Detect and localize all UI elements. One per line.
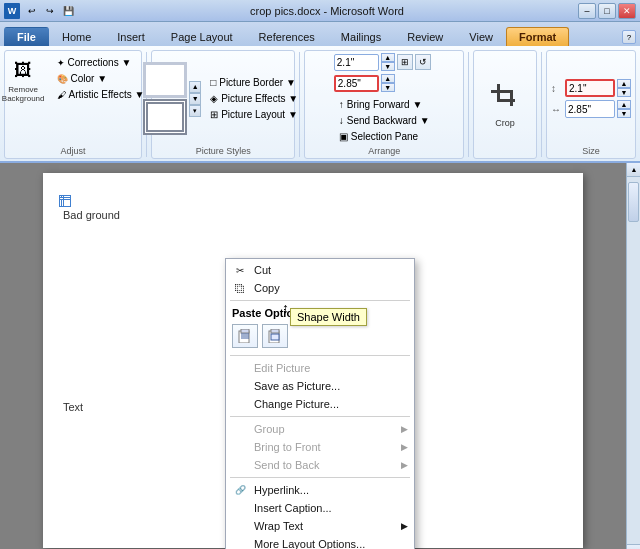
tab-view[interactable]: View: [456, 27, 506, 46]
picture-layout-button[interactable]: ⊞ Picture Layout ▼: [205, 107, 303, 122]
paste-btn-2[interactable]: [262, 324, 288, 348]
picture-layout-icon: ⊞: [210, 109, 218, 120]
selection-pane-button[interactable]: ▣ Selection Pane: [334, 129, 423, 144]
document-scroll-area[interactable]: Bad ground Text ✂ Cut ⿻ Copy Paste Optio…: [0, 163, 626, 549]
artistic-effects-button[interactable]: 🖌 Artistic Effects ▼: [52, 87, 150, 102]
arrange-content: ▲ ▼ ⊞ ↺ ▲ ▼ ↑ Brin: [334, 53, 435, 144]
sep-2: [299, 52, 300, 157]
image-wrapper[interactable]: [63, 199, 67, 203]
corrections-label: Corrections ▼: [68, 57, 132, 68]
rotate-btn[interactable]: ↺: [415, 54, 431, 70]
send-backward-button[interactable]: ↓ Send Backward ▼: [334, 113, 435, 128]
scroll-thumb[interactable]: [628, 182, 639, 222]
qs-scroll-up[interactable]: ▲: [189, 81, 201, 93]
ctx-change-picture[interactable]: Change Picture...: [226, 395, 414, 413]
scroll-down-button[interactable]: ▼: [627, 544, 640, 549]
context-menu: ✂ Cut ⿻ Copy Paste Options:: [225, 258, 415, 549]
send-to-back-arrow: ▶: [401, 460, 408, 470]
ctx-hyperlink[interactable]: 🔗 Hyperlink...: [226, 481, 414, 499]
inline-width-up[interactable]: ▲: [381, 74, 395, 83]
inline-height-input[interactable]: [334, 54, 379, 71]
ctx-insert-caption[interactable]: Insert Caption...: [226, 499, 414, 517]
ctx-sep-4: [230, 477, 410, 478]
edit-picture-icon: [232, 360, 248, 376]
selection-pane-label: Selection Pane: [351, 131, 418, 142]
scroll-track[interactable]: [627, 177, 640, 544]
ctx-more-layout[interactable]: More Layout Options...: [226, 535, 414, 549]
ctx-wrap-text[interactable]: Wrap Text ▶: [226, 517, 414, 535]
qs-scroll-more[interactable]: ▾: [189, 105, 201, 117]
height-input[interactable]: [565, 79, 615, 97]
width-input[interactable]: [565, 100, 615, 118]
quick-styles-area: [143, 62, 187, 135]
qs-scroll-down[interactable]: ▼: [189, 93, 201, 105]
tab-review[interactable]: Review: [394, 27, 456, 46]
save-button[interactable]: 💾: [60, 4, 76, 18]
tab-file[interactable]: File: [4, 27, 49, 46]
tab-page-layout[interactable]: Page Layout: [158, 27, 246, 46]
picture-layout-label: Picture Layout ▼: [221, 109, 298, 120]
inline-action-btns: ⊞ ↺: [397, 54, 431, 70]
crop-icon: [487, 80, 523, 116]
undo-button[interactable]: ↩: [24, 4, 40, 18]
help-button[interactable]: ?: [622, 30, 636, 44]
picture-effects-icon: ◈: [210, 93, 218, 104]
ribbon-content: 🖼 RemoveBackground ✦ Corrections ▼ 🎨 Col…: [0, 46, 640, 161]
crop-button[interactable]: Crop: [478, 77, 532, 131]
picture-border-button[interactable]: □ Picture Border ▼: [205, 75, 303, 90]
paste-options-buttons: [226, 322, 414, 352]
maximize-button[interactable]: □: [598, 3, 616, 19]
inline-width-input[interactable]: [334, 75, 379, 92]
ctx-copy[interactable]: ⿻ Copy: [226, 279, 414, 297]
remove-background-button[interactable]: 🖼 RemoveBackground: [0, 53, 50, 106]
corrections-button[interactable]: ✦ Corrections ▼: [52, 55, 150, 70]
handle-br[interactable]: [63, 199, 71, 207]
bring-forward-button[interactable]: ↑ Bring Forward ▼: [334, 97, 427, 112]
width-down[interactable]: ▼: [617, 109, 631, 118]
width-input-row: ↔ ▲ ▼: [551, 100, 631, 118]
tab-home[interactable]: Home: [49, 27, 104, 46]
inline-height-up[interactable]: ▲: [381, 53, 395, 62]
ctx-bring-to-front: Bring to Front ▶: [226, 438, 414, 456]
height-down[interactable]: ▼: [617, 88, 631, 97]
width-up[interactable]: ▲: [617, 100, 631, 109]
inline-height-down[interactable]: ▼: [381, 62, 395, 71]
ribbon: File Home Insert Page Layout References …: [0, 22, 640, 163]
wrap-text-icon: [232, 518, 248, 534]
close-button[interactable]: ✕: [618, 3, 636, 19]
remove-background-icon: 🖼: [9, 56, 37, 84]
tab-mailings[interactable]: Mailings: [328, 27, 394, 46]
height-icon: ↕: [551, 83, 563, 94]
quick-styles-scroll: ▲ ▼ ▾: [189, 81, 201, 117]
quick-style-2[interactable]: [143, 99, 187, 135]
redo-button[interactable]: ↪: [42, 4, 58, 18]
adjust-buttons: 🖼 RemoveBackground ✦ Corrections ▼ 🎨 Col…: [0, 53, 149, 144]
crop-content: Crop: [478, 53, 532, 154]
ctx-cut[interactable]: ✂ Cut: [226, 261, 414, 279]
tab-insert[interactable]: Insert: [104, 27, 158, 46]
scroll-up-button[interactable]: ▲: [627, 163, 640, 177]
size-group-label: Size: [582, 146, 600, 156]
ctx-save-as-picture[interactable]: Save as Picture...: [226, 377, 414, 395]
quick-style-1[interactable]: [143, 62, 187, 98]
paste-btn-1[interactable]: [232, 324, 258, 348]
svg-rect-5: [241, 329, 249, 333]
ribbon-group-crop: Crop: [473, 50, 537, 159]
height-up[interactable]: ▲: [617, 79, 631, 88]
tab-references[interactable]: References: [246, 27, 328, 46]
insert-caption-icon: [232, 500, 248, 516]
artistic-effects-label: Artistic Effects ▼: [69, 89, 145, 100]
selection-pane-icon: ▣: [339, 131, 348, 142]
tab-format[interactable]: Format: [506, 27, 569, 46]
height-input-row: ↕ ▲ ▼: [551, 79, 631, 97]
color-icon: 🎨: [57, 74, 68, 84]
minimize-button[interactable]: –: [578, 3, 596, 19]
ctx-edit-picture: Edit Picture: [226, 359, 414, 377]
color-button[interactable]: 🎨 Color ▼: [52, 71, 150, 86]
inline-width-down[interactable]: ▼: [381, 83, 395, 92]
window-controls: – □ ✕: [578, 3, 636, 19]
picture-effects-button[interactable]: ◈ Picture Effects ▼: [205, 91, 303, 106]
align-btn[interactable]: ⊞: [397, 54, 413, 70]
vertical-scrollbar[interactable]: ▲ ▼: [626, 163, 640, 549]
size-content: ↕ ▲ ▼ ↔ ▲ ▼: [551, 53, 631, 144]
